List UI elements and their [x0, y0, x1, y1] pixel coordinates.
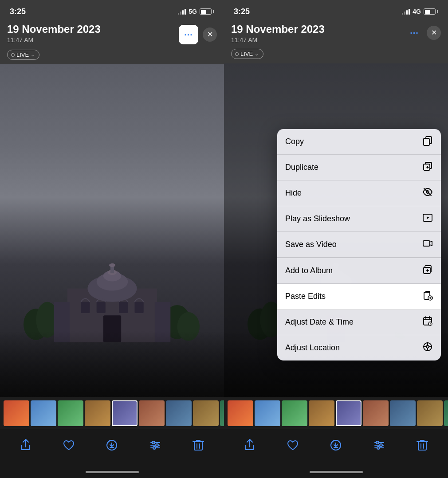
album-icon — [422, 264, 433, 277]
right-time: 3:25 — [234, 7, 250, 16]
right-network: 4G — [413, 8, 421, 15]
share-icon — [20, 439, 31, 451]
thumb-8[interactable] — [193, 400, 219, 426]
svg-rect-84 — [418, 442, 426, 450]
right-title-block: 19 November 2023 11:47 AM — [231, 23, 325, 43]
menu-save-video-label: Save as Video — [285, 240, 337, 249]
right-thumb-6[interactable] — [363, 400, 389, 426]
right-header-buttons: ··· ✕ — [406, 25, 441, 41]
thumb-6[interactable] — [139, 400, 165, 426]
right-download-button[interactable] — [330, 439, 342, 451]
left-share-button[interactable] — [20, 439, 31, 451]
right-thumb-9[interactable] — [444, 400, 448, 426]
copy-icon — [422, 135, 433, 148]
right-panel: 3:25 4G 19 November 2023 11:47 AM — [224, 0, 448, 478]
right-photo-area: Copy Duplicate — [224, 63, 448, 397]
right-more-button[interactable]: ··· — [406, 25, 422, 41]
menu-slideshow-label: Play as Slideshow — [285, 214, 350, 223]
menu-item-save-video[interactable]: Save as Video — [277, 232, 441, 258]
svg-rect-26 — [194, 442, 202, 450]
thumb-2[interactable] — [31, 400, 56, 426]
menu-adjust-location-label: Adjust Location — [285, 343, 340, 353]
thumb-9[interactable] — [220, 400, 224, 426]
thumb-7[interactable] — [166, 400, 192, 426]
right-thumb-5[interactable] — [336, 400, 362, 426]
left-trash-button[interactable] — [193, 439, 204, 451]
left-more-dots: ··· — [184, 30, 193, 40]
menu-item-paste-edits[interactable]: Paste Edits — [277, 284, 441, 310]
right-adjust-icon — [373, 439, 385, 451]
foreground-dark — [0, 331, 224, 397]
svg-rect-15 — [134, 302, 143, 313]
right-thumb-3[interactable] — [282, 400, 307, 426]
right-download-icon — [330, 439, 342, 451]
right-thumb-8[interactable] — [417, 400, 443, 426]
right-home-bar — [310, 471, 363, 473]
left-live-pill[interactable]: LIVE ⌄ — [7, 50, 39, 60]
left-photo-time: 11:47 AM — [7, 36, 101, 43]
left-status-bar: 3:25 5G — [0, 0, 224, 21]
svg-point-83 — [377, 447, 380, 449]
right-home-indicator — [224, 466, 448, 478]
menu-item-add-album[interactable]: Add to Album — [277, 258, 441, 284]
right-adjust-button[interactable] — [373, 439, 385, 451]
menu-item-slideshow[interactable]: Play as Slideshow — [277, 206, 441, 232]
left-title-block: 19 November 2023 11:47 AM — [7, 23, 101, 43]
left-close-button[interactable]: ✕ — [203, 27, 217, 42]
left-favorite-button[interactable] — [63, 439, 75, 451]
menu-item-copy[interactable]: Copy — [277, 129, 441, 155]
right-status-icons: 4G — [402, 8, 438, 15]
menu-add-album-label: Add to Album — [285, 266, 333, 275]
live-dot-icon — [11, 53, 15, 57]
right-photo-time: 11:47 AM — [231, 36, 325, 43]
right-favorite-button[interactable] — [287, 439, 299, 451]
right-photo-header: 19 November 2023 11:47 AM ··· ✕ — [224, 21, 448, 47]
adjust-icon — [149, 439, 161, 451]
right-close-button[interactable]: ✕ — [427, 26, 441, 40]
right-live-pill[interactable]: LIVE ⌄ — [231, 49, 263, 59]
right-share-icon — [244, 439, 255, 451]
right-thumb-1[interactable] — [228, 400, 253, 426]
right-thumb-4[interactable] — [309, 400, 334, 426]
left-more-button[interactable]: ··· — [179, 25, 198, 44]
thumb-4[interactable] — [85, 400, 110, 426]
right-thumb-2[interactable] — [255, 400, 280, 426]
svg-point-23 — [152, 441, 155, 444]
duplicate-icon — [422, 161, 433, 174]
svg-point-25 — [153, 447, 156, 449]
svg-rect-12 — [81, 302, 90, 313]
svg-point-82 — [380, 444, 382, 447]
right-trash-button[interactable] — [417, 439, 428, 451]
left-adjust-button[interactable] — [149, 439, 161, 451]
thumb-5[interactable] — [112, 400, 138, 426]
right-thumb-7[interactable] — [390, 400, 416, 426]
left-photo-date: 19 November 2023 — [7, 23, 101, 35]
right-share-button[interactable] — [244, 439, 255, 451]
menu-item-hide[interactable]: Hide — [277, 180, 441, 206]
heart-icon — [63, 439, 75, 451]
menu-duplicate-label: Duplicate — [285, 163, 318, 172]
left-network: 5G — [189, 8, 197, 15]
svg-point-72 — [426, 345, 429, 348]
left-panel: 3:25 5G 19 November 2023 11:47 AM — [0, 0, 224, 478]
menu-item-adjust-date[interactable]: Adjust Date & Time — [277, 310, 441, 335]
left-home-indicator — [0, 466, 224, 478]
menu-item-duplicate[interactable]: Duplicate — [277, 155, 441, 180]
left-home-bar — [86, 471, 139, 473]
left-close-icon: ✕ — [207, 31, 213, 38]
left-photo-bg — [0, 64, 224, 397]
thumb-1[interactable] — [4, 400, 29, 426]
paste-edits-icon — [422, 290, 433, 303]
right-live-dot-icon — [235, 52, 239, 56]
left-live-chevron-icon: ⌄ — [31, 52, 35, 58]
svg-rect-49 — [424, 138, 429, 145]
left-download-button[interactable] — [106, 439, 118, 451]
thumb-3[interactable] — [58, 400, 83, 426]
context-menu: Copy Duplicate — [277, 129, 441, 360]
left-header-buttons: ··· ✕ — [179, 25, 217, 44]
menu-copy-label: Copy — [285, 137, 304, 146]
svg-rect-14 — [119, 302, 128, 313]
calendar-icon — [422, 316, 433, 329]
menu-item-adjust-location[interactable]: Adjust Location — [277, 335, 441, 360]
right-thumbnail-strip — [224, 397, 448, 429]
